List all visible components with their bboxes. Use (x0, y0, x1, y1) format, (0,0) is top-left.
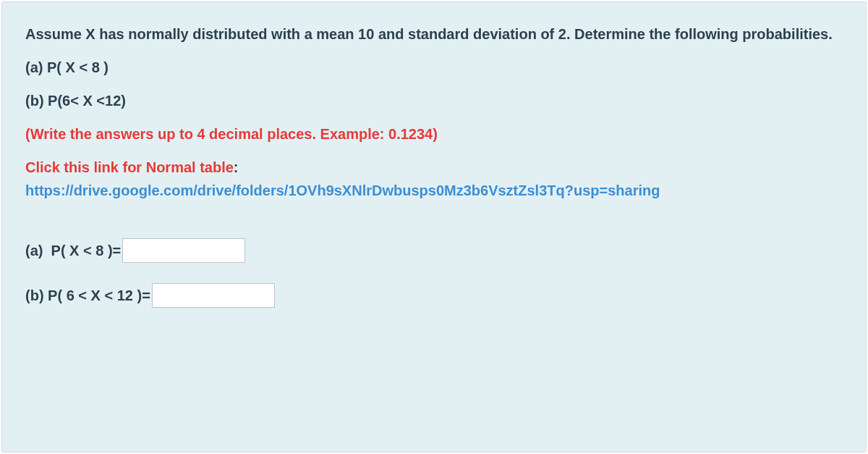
answer-row-b: (b) P( 6 < X < 12 )= (25, 283, 843, 308)
question-part-a: (a) P( X < 8 ) (25, 56, 843, 79)
link-section: Click this link for Normal table: https:… (25, 156, 843, 202)
link-colon: : (234, 159, 239, 175)
link-label: Click this link for Normal table (25, 159, 234, 175)
answer-a-input[interactable] (122, 238, 245, 263)
answer-a-label: (a) P( X < 8 )= (25, 239, 121, 262)
normal-table-link[interactable]: https://drive.google.com/drive/folders/1… (25, 182, 660, 198)
answer-b-input[interactable] (152, 283, 275, 308)
question-container: Assume X has normally distributed with a… (1, 1, 867, 453)
answer-instruction: (Write the answers up to 4 decimal place… (25, 122, 843, 146)
answer-b-label: (b) P( 6 < X < 12 )= (25, 284, 150, 307)
answer-row-a: (a) P( X < 8 )= (25, 238, 843, 263)
question-prompt: Assume X has normally distributed with a… (25, 22, 843, 46)
question-part-b: (b) P(6< X <12) (25, 89, 843, 112)
